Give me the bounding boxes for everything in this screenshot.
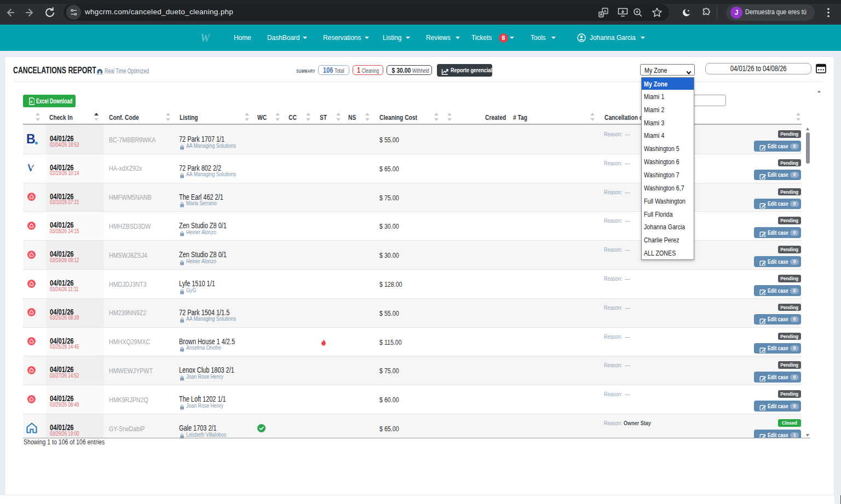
- svg-text:x: x: [30, 100, 32, 103]
- svg-text:A: A: [603, 9, 607, 14]
